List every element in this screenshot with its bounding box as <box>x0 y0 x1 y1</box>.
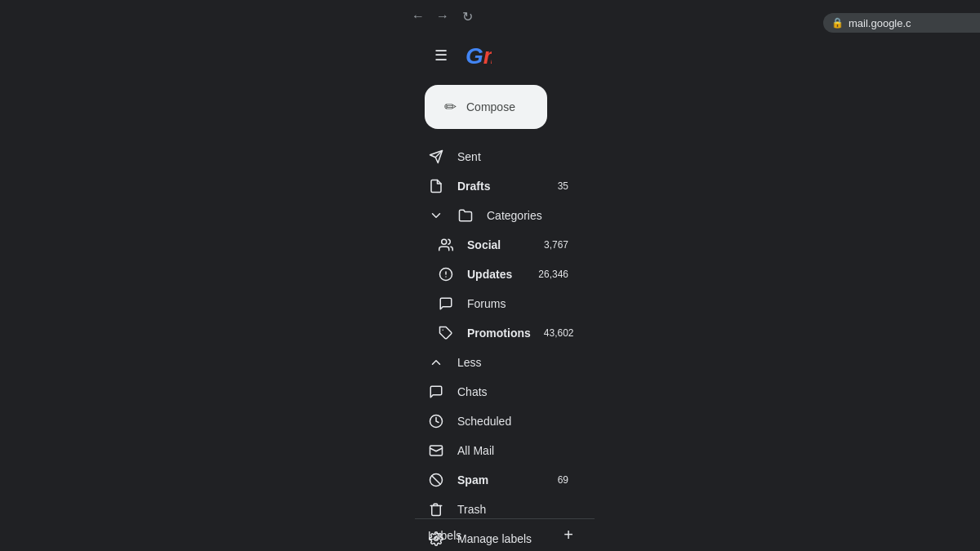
nav-item-updates[interactable]: Updates 26,346 <box>415 260 581 289</box>
labels-footer: Labels + <box>415 518 595 551</box>
labels-add-button[interactable]: + <box>555 522 581 549</box>
compose-button[interactable]: ✏ Compose <box>425 85 547 129</box>
refresh-button[interactable]: ↻ <box>457 7 477 26</box>
spam-icon <box>428 473 444 487</box>
nav-item-drafts[interactable]: Drafts 35 <box>415 171 581 201</box>
nav-item-social[interactable]: Social 3,767 <box>415 230 581 260</box>
categories-expand-icon <box>428 208 444 223</box>
gmail-panel: ☰ Gmail ✏ Compose Sent <box>415 33 595 551</box>
trash-label: Trash <box>457 503 568 516</box>
forums-label: Forums <box>467 297 568 310</box>
less-chevron-icon <box>428 355 444 370</box>
back-button[interactable]: ← <box>408 7 428 26</box>
nav-item-all-mail[interactable]: All Mail <box>415 436 581 465</box>
labels-title: Labels <box>428 529 461 542</box>
spam-count: 69 <box>558 474 568 486</box>
social-label: Social <box>467 238 531 251</box>
chats-label: Chats <box>457 385 568 398</box>
trash-icon <box>428 502 444 517</box>
sent-label: Sent <box>457 150 568 163</box>
categories-folder-icon <box>457 208 474 223</box>
nav-item-categories[interactable]: Categories <box>415 201 581 230</box>
svg-point-3 <box>442 239 447 244</box>
nav-item-chats[interactable]: Chats <box>415 377 581 407</box>
social-icon <box>438 238 454 252</box>
all-mail-label: All Mail <box>457 444 568 457</box>
plus-icon: + <box>564 526 573 544</box>
nav-list: Sent Drafts 35 Categories Social <box>415 142 595 549</box>
drafts-label: Drafts <box>457 180 545 193</box>
menu-button[interactable]: ☰ <box>425 39 457 72</box>
nav-item-promotions[interactable]: Promotions 43,602 <box>415 318 581 348</box>
categories-label: Categories <box>487 209 568 222</box>
gmail-m-icon: Gmail <box>466 44 492 67</box>
promotions-icon <box>438 326 454 340</box>
hamburger-icon: ☰ <box>434 47 448 64</box>
updates-label: Updates <box>467 268 525 281</box>
updates-icon <box>438 267 454 282</box>
scheduled-label: Scheduled <box>457 415 568 428</box>
browser-chrome: ← → ↻ 🔒 mail.google.c <box>0 0 980 33</box>
chats-icon <box>428 384 444 399</box>
promotions-count: 43,602 <box>544 327 574 339</box>
gmail-header: ☰ Gmail <box>415 33 595 78</box>
compose-area: ✏ Compose <box>415 78 595 142</box>
promotions-label: Promotions <box>467 327 531 340</box>
updates-count: 26,346 <box>538 269 568 280</box>
svg-line-11 <box>432 476 441 485</box>
nav-item-sent[interactable]: Sent <box>415 142 581 171</box>
social-count: 3,767 <box>544 239 568 251</box>
drafts-icon <box>428 179 444 193</box>
drafts-count: 35 <box>558 180 568 192</box>
scheduled-icon <box>428 414 444 429</box>
nav-item-forums[interactable]: Forums <box>415 289 581 318</box>
svg-text:Gmail: Gmail <box>466 44 492 67</box>
all-mail-icon <box>428 443 444 458</box>
lock-icon: 🔒 <box>831 17 844 29</box>
forums-icon <box>438 296 454 311</box>
spam-label: Spam <box>457 473 545 487</box>
compose-label: Compose <box>466 100 515 113</box>
nav-item-less[interactable]: Less <box>415 348 581 377</box>
pencil-icon: ✏ <box>444 98 457 116</box>
nav-item-scheduled[interactable]: Scheduled <box>415 407 581 436</box>
browser-nav: ← → ↻ 🔒 mail.google.c <box>408 7 477 26</box>
address-bar[interactable]: 🔒 mail.google.c <box>823 13 980 33</box>
forward-button[interactable]: → <box>433 7 452 26</box>
sent-icon <box>428 149 444 164</box>
less-label: Less <box>457 356 568 369</box>
url-text: mail.google.c <box>849 17 911 29</box>
gmail-logo: Gmail <box>466 44 492 67</box>
nav-item-spam[interactable]: Spam 69 <box>415 465 581 495</box>
